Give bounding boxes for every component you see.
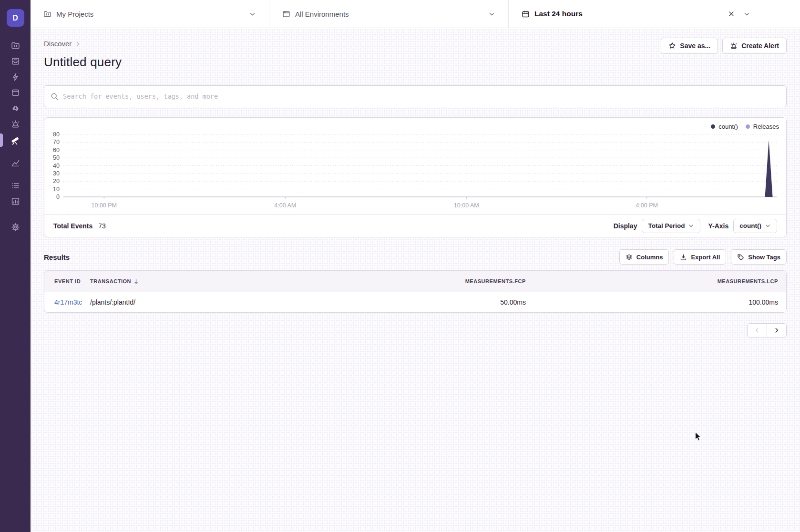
sidebar-item-support[interactable] (7, 101, 24, 116)
sidebar-item-alerts[interactable] (7, 116, 24, 132)
columns-label: Columns (636, 254, 663, 261)
search-input[interactable] (63, 86, 780, 107)
events-chart: count()Releases 0102030405060708010:00 P… (44, 118, 786, 214)
performance-lightning-icon (11, 72, 20, 82)
y-axis-dropdown[interactable]: count() (733, 219, 777, 233)
breadcrumb-discover-link[interactable]: Discover (44, 40, 72, 48)
svg-text:40: 40 (53, 163, 60, 169)
chevron-down-icon[interactable] (743, 10, 750, 18)
search-icon (51, 92, 59, 101)
sidebar-item-projects[interactable] (7, 38, 24, 53)
sidebar: D (0, 0, 31, 532)
results-table: Event ID Transaction Measurements.fcp Me… (44, 270, 787, 313)
create-alert-label: Create Alert (741, 42, 779, 50)
column-header-event-id[interactable]: Event ID (44, 278, 90, 284)
chevron-down-icon (765, 223, 771, 229)
columns-button[interactable]: Columns (619, 249, 669, 265)
tag-icon (737, 254, 744, 261)
next-page-button[interactable] (767, 323, 787, 338)
sidebar-item-stats[interactable] (7, 194, 24, 209)
column-header-measurements-lcp[interactable]: Measurements.lcp (530, 278, 786, 284)
legend-item[interactable]: count() (711, 123, 738, 130)
metrics-line-chart-icon (11, 158, 20, 167)
alerts-siren-icon (11, 120, 20, 129)
sidebar-item-activity[interactable] (7, 178, 24, 194)
environment-selector-label: All Environments (295, 10, 349, 18)
previous-page-button[interactable] (747, 323, 767, 338)
display-dropdown-value: Total Period (648, 222, 685, 229)
svg-text:70: 70 (53, 139, 60, 145)
project-selector[interactable]: My Projects (31, 0, 269, 28)
export-all-button[interactable]: Export All (674, 249, 726, 265)
search-bar (44, 85, 787, 107)
event-id-link[interactable]: 4r17m3tc (54, 298, 82, 306)
issues-icon (11, 57, 20, 66)
date-range-label: Last 24 hours (534, 10, 583, 18)
sidebar-item-releases[interactable] (7, 85, 24, 101)
fcp-cell: 50.00ms (377, 298, 530, 306)
calendar-icon (522, 10, 530, 18)
sidebar-item-discover[interactable] (7, 132, 24, 148)
create-alert-button[interactable]: Create Alert (722, 38, 787, 54)
svg-text:10:00 AM: 10:00 AM (454, 202, 479, 209)
legend-label: count() (718, 123, 738, 130)
sidebar-item-issues[interactable] (7, 53, 24, 69)
column-header-transaction[interactable]: Transaction (90, 278, 377, 285)
total-events-label: Total Events (53, 222, 92, 230)
chevron-right-icon (74, 41, 81, 47)
clear-date-icon[interactable] (728, 10, 735, 17)
chevron-down-icon (688, 223, 694, 229)
sidebar-item-metrics[interactable] (7, 155, 24, 171)
display-dropdown[interactable]: Total Period (642, 219, 700, 233)
sidebar-item-settings[interactable] (7, 219, 24, 235)
table-row: 4r17m3tc /plants/:plantId/ 50.00ms 100.0… (44, 292, 786, 312)
support-headset-icon (11, 104, 20, 113)
page-title: Untitled query (44, 55, 787, 70)
svg-text:20: 20 (53, 178, 60, 184)
environment-selector[interactable]: All Environments (269, 0, 509, 28)
lcp-cell: 100.00ms (530, 298, 786, 306)
legend-dot (711, 124, 715, 129)
window-icon (282, 10, 290, 18)
table-header-row: Event ID Transaction Measurements.fcp Me… (44, 271, 786, 292)
show-tags-button[interactable]: Show Tags (731, 249, 787, 265)
svg-text:60: 60 (53, 147, 60, 153)
chart-footer: Total Events 73 Display Total Period Y-A… (44, 214, 786, 237)
transaction-cell: /plants/:plantId/ (90, 298, 377, 306)
svg-text:4:00 AM: 4:00 AM (274, 202, 296, 209)
pagination (44, 323, 787, 338)
display-label: Display (614, 222, 637, 230)
settings-gear-icon (11, 223, 20, 232)
svg-text:0: 0 (56, 194, 60, 200)
legend-dot (746, 124, 750, 129)
siren-icon (730, 42, 738, 50)
y-axis-label: Y-Axis (708, 222, 728, 230)
layers-icon (626, 254, 633, 261)
projects-icon (43, 10, 51, 18)
content: Discover Save as... (31, 29, 800, 532)
total-events-value: 73 (98, 222, 106, 230)
export-all-label: Export All (691, 254, 720, 261)
releases-icon (11, 88, 20, 97)
legend-item[interactable]: Releases (746, 123, 779, 130)
chevron-right-icon (773, 327, 780, 334)
topbar: My Projects All Environments (31, 0, 800, 28)
star-icon (668, 42, 676, 50)
events-chart-panel: count()Releases 0102030405060708010:00 P… (44, 117, 787, 237)
activity-list-icon (11, 181, 20, 190)
y-axis-dropdown-value: count() (739, 222, 761, 229)
column-header-measurements-fcp[interactable]: Measurements.fcp (377, 278, 530, 284)
chart-legend: count()Releases (711, 123, 779, 130)
results-heading: Results (44, 253, 70, 261)
save-as-button[interactable]: Save as... (661, 38, 718, 54)
active-indicator (0, 133, 3, 147)
svg-text:80: 80 (53, 131, 60, 138)
chevron-down-icon (249, 10, 256, 18)
date-range-selector[interactable]: Last 24 hours (509, 0, 800, 28)
stats-bar-chart-icon (11, 197, 20, 206)
chevron-left-icon (754, 327, 760, 334)
sidebar-item-performance[interactable] (7, 69, 24, 85)
org-avatar[interactable]: D (7, 9, 24, 27)
legend-label: Releases (753, 123, 779, 130)
project-selector-label: My Projects (56, 10, 93, 18)
